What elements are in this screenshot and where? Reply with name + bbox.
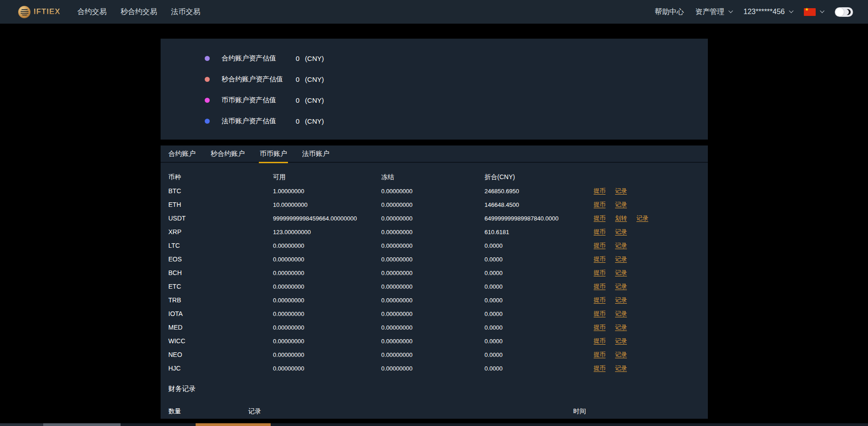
brand-logo[interactable]: IFTIEX <box>18 6 61 18</box>
row-actions: 提币记录 <box>594 269 708 277</box>
row-actions: 提币记录 <box>594 228 708 236</box>
withdraw-link[interactable]: 提币 <box>594 187 606 195</box>
withdraw-link[interactable]: 提币 <box>594 310 606 318</box>
cny-value: 649999999989987840.0000 <box>484 215 594 222</box>
wallet-col-header: 可用 <box>273 173 381 181</box>
record-link[interactable]: 记录 <box>615 269 627 277</box>
row-actions: 提币记录 <box>594 255 708 263</box>
navbar-right: 帮助中心 资产管理 123******456 ★ <box>655 7 853 17</box>
wallet-col-header: 币种 <box>168 173 273 181</box>
record-link[interactable]: 记录 <box>615 228 627 236</box>
finance-col-header: 数量 <box>168 407 248 416</box>
row-actions: 提币记录 <box>594 241 708 250</box>
brand-name: IFTIEX <box>34 7 61 16</box>
row-actions: 提币记录 <box>594 323 708 331</box>
cny-value: 0.0000 <box>484 365 594 372</box>
table-row: NEO0.000000000.000000000.0000提币记录 <box>161 348 708 361</box>
available-value: 0.00000000 <box>273 283 381 290</box>
withdraw-link[interactable]: 提币 <box>594 282 606 291</box>
withdraw-link[interactable]: 提币 <box>594 200 606 209</box>
coin-name: BCH <box>168 269 273 276</box>
frozen-value: 0.00000000 <box>381 201 484 208</box>
record-link[interactable]: 记录 <box>636 214 648 222</box>
summary-value: 0 <box>296 96 299 104</box>
record-link[interactable]: 记录 <box>615 337 627 345</box>
record-link[interactable]: 记录 <box>615 323 627 331</box>
summary-value: 0 <box>296 75 299 83</box>
theme-toggle[interactable] <box>835 7 853 17</box>
wallet-table-body: BTC1.000000000.00000000246850.6950提币记录ET… <box>161 184 708 375</box>
tab-0[interactable]: 合约账户 <box>168 145 196 162</box>
withdraw-link[interactable]: 提币 <box>594 351 606 359</box>
record-link[interactable]: 记录 <box>615 364 627 372</box>
transfer-link[interactable]: 划转 <box>615 214 627 222</box>
moon-icon <box>845 9 851 15</box>
frozen-value: 0.00000000 <box>381 229 484 236</box>
cny-value: 0.0000 <box>484 297 594 304</box>
flag-star-icon: ★ <box>805 7 809 12</box>
row-actions: 提币划转记录 <box>594 214 708 222</box>
strip-segment <box>271 423 868 426</box>
account-dot-icon <box>205 56 210 61</box>
record-link[interactable]: 记录 <box>615 310 627 318</box>
record-link[interactable]: 记录 <box>615 351 627 359</box>
available-value: 0.00000000 <box>273 270 381 276</box>
asset-management-menu[interactable]: 资产管理 <box>695 7 732 17</box>
withdraw-link[interactable]: 提币 <box>594 337 606 345</box>
chevron-down-icon <box>729 8 733 13</box>
summary-label: 秒合约账户资产估值 <box>222 75 284 84</box>
record-link[interactable]: 记录 <box>615 200 627 209</box>
nav-link-0[interactable]: 合约交易 <box>77 7 106 17</box>
withdraw-link[interactable]: 提币 <box>594 241 606 250</box>
summary-row: 币币账户资产估值0(CNY) <box>205 90 708 110</box>
tab-2[interactable]: 币币账户 <box>260 145 287 162</box>
account-tabs: 合约账户秒合约账户币币账户法币账户 <box>161 145 708 163</box>
nav-link-1[interactable]: 秒合约交易 <box>121 7 157 17</box>
row-actions: 提币记录 <box>594 337 708 345</box>
withdraw-link[interactable]: 提币 <box>594 364 606 372</box>
summary-row: 合约账户资产估值0(CNY) <box>205 48 708 69</box>
tab-3[interactable]: 法币账户 <box>302 145 329 162</box>
coin-name: WICC <box>168 337 273 345</box>
coin-name: NEO <box>168 351 273 358</box>
finance-col-header: 记录 <box>248 407 573 416</box>
nav-link-2[interactable]: 法币交易 <box>171 7 200 17</box>
record-link[interactable]: 记录 <box>615 282 627 291</box>
navbar: IFTIEX 合约交易秒合约交易法币交易 帮助中心 资产管理 123******… <box>0 0 868 24</box>
frozen-value: 0.00000000 <box>381 215 484 222</box>
record-link[interactable]: 记录 <box>615 241 627 250</box>
withdraw-link[interactable]: 提币 <box>594 323 606 331</box>
summary-row: 法币账户资产估值0(CNY) <box>205 110 708 131</box>
table-row: TRB0.000000000.000000000.0000提币记录 <box>161 293 708 307</box>
available-value: 0.00000000 <box>273 338 381 345</box>
row-actions: 提币记录 <box>594 310 708 318</box>
withdraw-link[interactable]: 提币 <box>594 228 606 236</box>
available-value: 0.00000000 <box>273 311 381 317</box>
coin-name: ETH <box>168 201 273 208</box>
language-selector[interactable]: ★ <box>804 8 823 16</box>
cny-value: 0.0000 <box>484 324 594 331</box>
help-center-link[interactable]: 帮助中心 <box>655 7 684 17</box>
main-content: 合约账户资产估值0(CNY)秒合约账户资产估值0(CNY)币币账户资产估值0(C… <box>161 39 708 419</box>
toggle-knob <box>835 8 844 16</box>
available-value: 1.00000000 <box>273 188 381 195</box>
coin-name: LTC <box>168 242 273 249</box>
withdraw-link[interactable]: 提币 <box>594 214 606 222</box>
record-link[interactable]: 记录 <box>615 255 627 263</box>
account-menu[interactable]: 123******456 <box>743 8 792 16</box>
withdraw-link[interactable]: 提币 <box>594 296 606 304</box>
available-value: 0.00000000 <box>273 351 381 358</box>
cny-value: 246850.6950 <box>484 188 594 195</box>
available-value: 0.00000000 <box>273 324 381 331</box>
record-link[interactable]: 记录 <box>615 187 627 195</box>
withdraw-link[interactable]: 提币 <box>594 269 606 277</box>
withdraw-link[interactable]: 提币 <box>594 255 606 263</box>
tab-1[interactable]: 秒合约账户 <box>211 145 245 162</box>
strip-segment <box>43 423 121 426</box>
table-row: BTC1.000000000.00000000246850.6950提币记录 <box>161 184 708 198</box>
frozen-value: 0.00000000 <box>381 365 484 372</box>
record-link[interactable]: 记录 <box>615 296 627 304</box>
row-actions: 提币记录 <box>594 364 708 372</box>
summary-label: 法币账户资产估值 <box>222 117 284 125</box>
strip-segment <box>121 423 196 426</box>
